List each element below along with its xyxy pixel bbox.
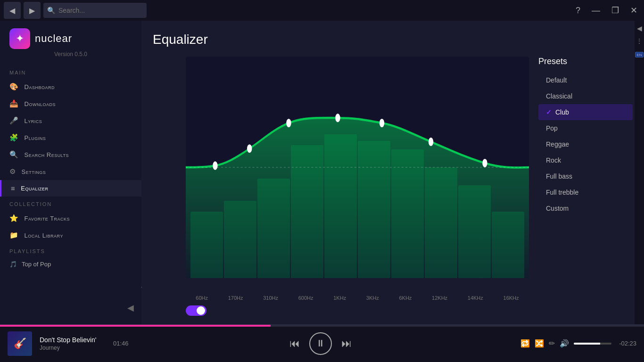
preset-label: Club [555, 108, 569, 116]
sidebar-item-plugins[interactable]: 🧩 Plugins [0, 129, 141, 146]
preset-classical[interactable]: Classical [538, 88, 633, 104]
repeat-button[interactable]: 🔁 [520, 339, 530, 348]
sidebar-item-label: Favorite Tracks [25, 215, 70, 222]
topbar: ◀ ▶ 🔍 ? — ❐ ✕ [0, 0, 644, 21]
preset-full-bass[interactable]: Full bass [538, 168, 633, 184]
minimize-button[interactable]: — [589, 5, 603, 16]
eq-point-4 [380, 119, 384, 127]
playlist-icon: 🎵 [9, 261, 17, 268]
preset-label: Custom [546, 205, 569, 212]
eq-point-2 [286, 119, 291, 127]
sidebar-collapse-button[interactable]: ◀ [127, 303, 134, 313]
search-input[interactable] [43, 3, 147, 18]
sidebar-item-settings[interactable]: ⚙ Settings [0, 163, 141, 180]
sidebar-item-dashboard[interactable]: 🎨 Dashboard [0, 78, 141, 95]
eq-curve [186, 57, 529, 278]
preset-label: Pop [546, 124, 558, 132]
eq-container: 10 dB -10 dB [153, 57, 633, 321]
freq-label-1: 170Hz [228, 295, 243, 301]
language-flag[interactable]: EN [635, 52, 644, 58]
volume-button[interactable]: 🔊 [560, 339, 569, 348]
preset-default[interactable]: Default [538, 72, 633, 88]
preset-label: Reggae [546, 140, 569, 148]
app-icon: ✦ [9, 28, 30, 49]
player-bar: 🎸 Don't Stop Believin' Journey 01:46 ⏮ ⏸… [0, 324, 644, 362]
preset-label: Default [546, 76, 567, 84]
plugins-icon: 🧩 [9, 133, 19, 142]
playlist-label: Top of Pop [22, 261, 51, 268]
shuffle-button[interactable]: 🔀 [535, 339, 544, 348]
db-label-bottom: -10 dB [141, 283, 142, 290]
eq-point-0 [213, 161, 217, 170]
eq-freq-labels: 60Hz 170Hz 310Hz 600Hz 1KHz 3KHz 6KHz 12… [186, 292, 529, 301]
playlists-section-label: PLAYLISTS [0, 244, 141, 257]
freq-label-0: 60Hz [196, 295, 208, 301]
sidebar-item-local-library[interactable]: 📁 Local Library [0, 227, 141, 244]
progress-bar[interactable] [0, 325, 644, 327]
downloads-icon: 📥 [9, 99, 19, 108]
presets-panel: Presets Default Classical ✓ Club Pop Reg… [538, 57, 633, 321]
preset-reggae[interactable]: Reggae [538, 136, 633, 152]
freq-label-6: 6KHz [399, 295, 412, 301]
preset-pop[interactable]: Pop [538, 120, 633, 136]
sidebar-item-lyrics[interactable]: 🎤 Lyrics [0, 112, 141, 129]
sidebar-item-favorite-tracks[interactable]: ⭐ Favorite Tracks [0, 210, 141, 227]
right-panel: ◀ ⋮ EN [635, 21, 644, 324]
equalizer-icon: ≡ [11, 184, 15, 192]
presets-title: Presets [538, 57, 633, 66]
main-section-label: MAIN [0, 65, 141, 78]
preset-custom[interactable]: Custom [538, 200, 633, 216]
volume-slider[interactable] [574, 343, 611, 345]
close-button[interactable]: ✕ [627, 4, 640, 16]
preset-label: Full trebble [546, 189, 578, 196]
right-panel-collapse[interactable]: ◀ [637, 25, 642, 32]
sidebar-item-label: Settings [22, 168, 46, 175]
progress-fill [0, 325, 271, 327]
library-icon: 📁 [9, 231, 19, 239]
sidebar-item-label: Downloads [25, 100, 56, 107]
back-button[interactable]: ◀ [4, 2, 21, 19]
next-button[interactable]: ⏭ [341, 337, 352, 350]
eq-enable-toggle[interactable] [186, 305, 206, 316]
time-remaining: -02:23 [619, 340, 636, 347]
freq-label-9: 16KHz [504, 295, 519, 301]
eq-chart-area: 10 dB -10 dB [153, 57, 529, 321]
player-right: 🔁 🔀 ✏ 🔊 [520, 339, 611, 348]
main-content: Equalizer 10 dB -10 dB [141, 21, 644, 324]
page-title: Equalizer [153, 32, 633, 47]
track-artist: Journey [40, 345, 106, 351]
playlist-item-top-of-pop[interactable]: 🎵 Top of Pop [0, 257, 141, 272]
track-title: Don't Stop Believin' [40, 336, 106, 344]
preset-full-treble[interactable]: Full trebble [538, 184, 633, 200]
track-art-emoji: 🎸 [14, 337, 26, 350]
app-version: Version 0.5.0 [0, 51, 141, 65]
sidebar-item-label: Local Library [25, 232, 63, 239]
sidebar-item-downloads[interactable]: 📥 Downloads [0, 95, 141, 112]
edit-button[interactable]: ✏ [549, 339, 555, 348]
sidebar-item-equalizer[interactable]: ≡ Equalizer [0, 180, 141, 197]
maximize-button[interactable]: ❐ [609, 4, 622, 16]
preset-label: Full bass [546, 173, 572, 180]
freq-label-5: 3KHz [366, 295, 379, 301]
eq-point-3 [335, 114, 340, 122]
search-icon: 🔍 [47, 7, 55, 14]
eq-point-6 [482, 159, 487, 167]
forward-button[interactable]: ▶ [24, 2, 41, 19]
freq-label-2: 310Hz [263, 295, 278, 301]
eq-point-5 [429, 138, 433, 146]
freq-label-7: 12KHz [432, 295, 447, 301]
help-button[interactable]: ? [573, 5, 583, 16]
main-layout: ✦ nuclear Version 0.5.0 MAIN 🎨 Dashboard… [0, 21, 644, 324]
track-art: 🎸 [8, 331, 32, 356]
preset-club[interactable]: ✓ Club [538, 104, 633, 120]
freq-label-3: 600Hz [298, 295, 314, 301]
prev-button[interactable]: ⏮ [289, 337, 300, 350]
preset-label: Classical [546, 92, 572, 100]
search-results-icon: 🔍 [9, 150, 19, 159]
right-panel-menu[interactable]: ⋮ [636, 38, 642, 44]
preset-rock[interactable]: Rock [538, 152, 633, 168]
player-controls: ⏮ ⏸ ⏭ [136, 332, 506, 355]
sidebar-item-label: Dashboard [25, 83, 55, 90]
sidebar-item-search-results[interactable]: 🔍 Search Results [0, 146, 141, 163]
pause-button[interactable]: ⏸ [309, 332, 332, 355]
